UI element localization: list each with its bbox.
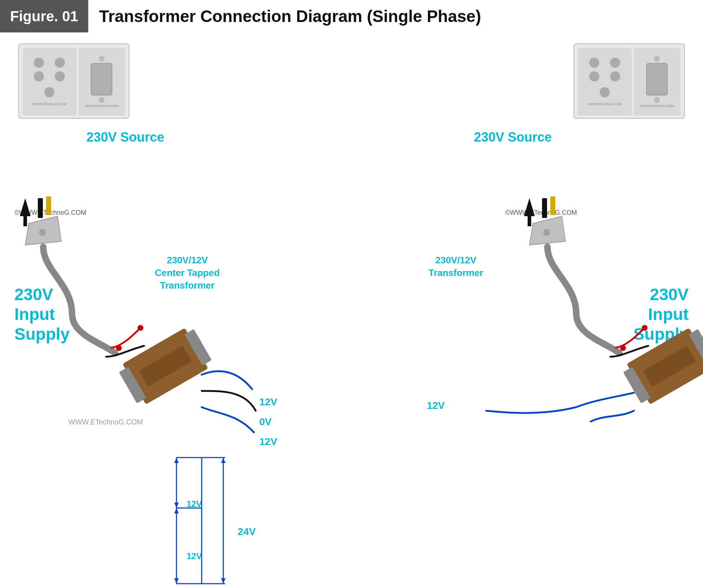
outlet-circle-bot-left bbox=[99, 97, 104, 103]
outlet-box-right: WWW.ETechnoG.COM WWW.ETechnoG.COM bbox=[573, 43, 685, 119]
outlet-switch-body-left bbox=[91, 63, 112, 95]
transformer-label-right-text: 230V/12VTransformer bbox=[429, 255, 483, 278]
wire-blue-right-top bbox=[486, 393, 634, 413]
outlet-circle-top-right bbox=[654, 56, 660, 62]
wire-black-right bbox=[610, 346, 648, 357]
socket-row-top bbox=[34, 58, 65, 68]
transformer-label-left-text: 230V/12VCenter TappedTransformer bbox=[155, 255, 220, 291]
outlet-switch-left: WWW.ETechnoG.COM bbox=[79, 48, 125, 116]
coil-left-r bbox=[184, 329, 212, 366]
outlet-logo-switch-left: WWW.ETechnoG.COM bbox=[85, 104, 118, 108]
socket-hole-r5 bbox=[600, 87, 610, 97]
voltage-12v-bot: 12V bbox=[259, 436, 277, 447]
socket-hole-2 bbox=[55, 58, 65, 68]
socket-row-mid bbox=[34, 71, 65, 81]
outlet-socket-right: WWW.ETechnoG.COM bbox=[578, 48, 632, 116]
outlet-circle-top-left bbox=[99, 56, 104, 62]
page-title: Transformer Connection Diagram (Single P… bbox=[88, 6, 481, 26]
plug-left-arrow-stem bbox=[23, 215, 27, 226]
dot-red-left-1 bbox=[138, 325, 143, 331]
coil-right-r bbox=[689, 329, 703, 366]
socket-hole-r2 bbox=[610, 58, 620, 68]
voltage-0v: 0V bbox=[259, 416, 272, 428]
plug-left-screw-line bbox=[41, 231, 44, 234]
socket-hole-4 bbox=[55, 71, 65, 81]
dot-red-right-2 bbox=[620, 345, 626, 351]
socket-row-mid-r bbox=[589, 71, 620, 81]
transformer-label-left: 230V/12VCenter TappedTransformer bbox=[155, 254, 220, 292]
wire-blue-right-bot bbox=[591, 411, 634, 422]
figure-label: Figure. 01 bbox=[10, 8, 78, 24]
meas-arrow-top bbox=[174, 458, 179, 463]
copyright-left: ©WWW.ETechnoG.COM bbox=[14, 209, 86, 217]
figure-badge: Figure. 01 bbox=[0, 0, 88, 32]
meas-arrow-mid-top bbox=[174, 503, 179, 508]
socket-hole-3 bbox=[34, 71, 44, 81]
outlet-logo-right: WWW.ETechnoG.COM bbox=[588, 102, 622, 106]
header: Figure. 01 Transformer Connection Diagra… bbox=[0, 0, 703, 32]
socket-hole-r1 bbox=[589, 58, 599, 68]
wire-blue-left-top bbox=[202, 371, 252, 389]
socket-hole-1 bbox=[34, 58, 44, 68]
plug-left-body bbox=[25, 216, 61, 245]
transformer-inner-right bbox=[643, 346, 696, 387]
voltage-12v-right: 12V bbox=[427, 400, 445, 411]
coil-right-l bbox=[623, 367, 650, 404]
dot-red-left-2 bbox=[116, 345, 122, 351]
wire-black-left bbox=[106, 346, 144, 357]
outlet-switch-right: WWW.ETechnoG.COM bbox=[634, 48, 680, 116]
meas-12v-bot: 12V bbox=[187, 551, 202, 561]
meas-12v-top: 12V bbox=[187, 499, 202, 509]
wire-red-left bbox=[112, 328, 140, 348]
input-supply-right-text: 230VInputSupply bbox=[633, 285, 689, 343]
transformer-inner-left bbox=[139, 346, 192, 387]
meas-arrow-bot bbox=[174, 578, 179, 584]
plug-left-screw bbox=[40, 230, 45, 235]
source-label-right: 230V Source bbox=[474, 130, 552, 145]
outlet-circle-bot-right bbox=[654, 97, 660, 103]
plug-right-body bbox=[529, 216, 565, 245]
watermark: WWW.ETechnoG.COM bbox=[68, 418, 143, 426]
cord-right bbox=[547, 247, 619, 353]
coil-left-l bbox=[119, 367, 146, 404]
wire-black-left-out bbox=[202, 391, 256, 411]
plug-right-screw bbox=[544, 230, 550, 235]
meas-24v-arrow-top bbox=[221, 458, 225, 463]
outlet-logo-switch-right: WWW.ETechnoG.COM bbox=[640, 104, 674, 108]
meas-arrow-mid-bot bbox=[174, 508, 179, 513]
outlet-socket-left: WWW.ETechnoG.COM bbox=[23, 48, 76, 116]
outlet-switch-body-right bbox=[646, 63, 668, 95]
transformer-core-left bbox=[122, 328, 208, 405]
voltage-12v-top: 12V bbox=[259, 396, 277, 408]
source-label-left: 230V Source bbox=[86, 130, 164, 145]
socket-hole-r4 bbox=[610, 71, 620, 81]
plug-right-screw-line bbox=[545, 231, 548, 234]
socket-hole-5 bbox=[44, 87, 54, 97]
socket-hole-r3 bbox=[589, 71, 599, 81]
input-supply-right: 230VInputSupply bbox=[633, 285, 689, 344]
input-supply-left-text: 230VInputSupply bbox=[14, 285, 70, 343]
meas-24v: 24V bbox=[238, 526, 256, 538]
copyright-right: ©WWW.ETechnoG.COM bbox=[505, 209, 577, 217]
meas-24v-arrow-bot bbox=[221, 578, 225, 584]
main-diagram: WWW.ETechnoG.COM WWW.ETechnoG.COM WWW.ET… bbox=[0, 32, 703, 588]
transformer-label-right: 230V/12VTransformer bbox=[429, 254, 483, 279]
plug-right-arrow-stem bbox=[528, 215, 531, 226]
socket-row-top-r bbox=[589, 58, 620, 68]
wire-blue-left-bot bbox=[202, 407, 254, 432]
input-supply-left: 230VInputSupply bbox=[14, 285, 70, 344]
outlet-box-left: WWW.ETechnoG.COM WWW.ETechnoG.COM bbox=[18, 43, 130, 119]
outlet-logo-left: WWW.ETechnoG.COM bbox=[33, 102, 66, 106]
